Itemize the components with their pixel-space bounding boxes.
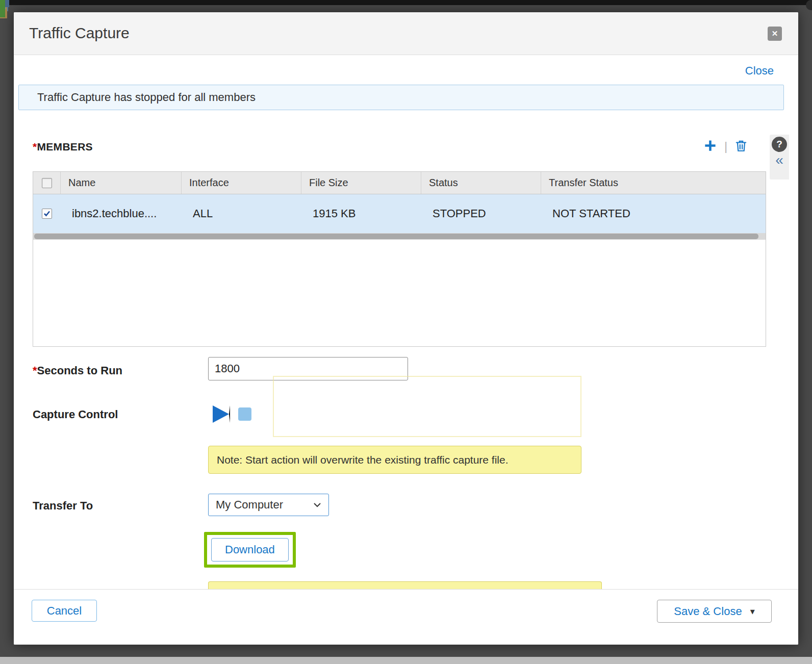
capture-note-text: Note: Start action will overwrite the ex… bbox=[209, 454, 509, 466]
partial-note-box bbox=[208, 581, 602, 589]
help-icon: ? bbox=[776, 139, 782, 150]
members-actions: | bbox=[703, 139, 748, 154]
transfer-to-select[interactable]: My Computer bbox=[208, 494, 329, 516]
row-transfer-status: NOT STARTED bbox=[541, 207, 766, 220]
save-and-close-button[interactable]: Save & Close ▾ bbox=[657, 600, 772, 623]
select-all-cell bbox=[33, 172, 61, 194]
scrollbar-thumb[interactable] bbox=[34, 234, 758, 239]
column-header-transfer-status[interactable]: Transfer Status bbox=[541, 172, 766, 194]
save-and-close-label: Save & Close bbox=[674, 605, 742, 618]
row-interface: ALL bbox=[182, 207, 301, 220]
select-all-checkbox[interactable] bbox=[42, 178, 52, 188]
dialog-header: Traffic Capture ✕ bbox=[14, 12, 798, 55]
column-header-interface[interactable]: Interface bbox=[182, 172, 301, 194]
background-artifact bbox=[0, 0, 5, 17]
close-icon: ✕ bbox=[772, 29, 778, 38]
seconds-to-run-label: *Seconds to Run bbox=[33, 364, 122, 377]
row-checkbox-cell bbox=[33, 209, 61, 219]
cancel-button[interactable]: Cancel bbox=[32, 600, 97, 622]
trash-icon bbox=[734, 139, 748, 154]
play-icon[interactable] bbox=[213, 405, 230, 423]
help-button[interactable]: ? bbox=[772, 137, 787, 152]
transfer-to-label: Transfer To bbox=[33, 499, 93, 513]
row-checkbox[interactable] bbox=[42, 209, 52, 219]
chevron-down-icon bbox=[313, 500, 321, 509]
background-top-strip bbox=[0, 0, 812, 5]
background-artifact bbox=[806, 0, 812, 10]
dialog-footer: Cancel Save & Close ▾ bbox=[14, 589, 798, 645]
seconds-to-run-input[interactable] bbox=[208, 357, 408, 380]
members-section-label: *MEMBERS bbox=[33, 141, 93, 153]
traffic-capture-dialog: Traffic Capture ✕ Close Traffic Capture … bbox=[14, 12, 798, 645]
table-header-row: Name Interface File Size Status Transfer… bbox=[33, 172, 766, 194]
screen: Traffic Capture ✕ Close Traffic Capture … bbox=[0, 0, 812, 664]
members-table: Name Interface File Size Status Transfer… bbox=[33, 171, 766, 347]
field-highlight-outline bbox=[273, 376, 581, 437]
delete-member-button[interactable] bbox=[734, 139, 748, 154]
background-bottom-strip bbox=[0, 657, 812, 664]
download-button[interactable]: Download bbox=[211, 538, 289, 561]
table-horizontal-scrollbar[interactable] bbox=[33, 233, 766, 240]
plus-icon bbox=[703, 139, 717, 154]
row-file-size: 1915 KB bbox=[301, 207, 421, 220]
dialog-title: Traffic Capture bbox=[29, 24, 130, 42]
chevron-down-icon: ▾ bbox=[750, 606, 755, 617]
download-highlight-box: Download bbox=[204, 532, 296, 568]
column-header-status[interactable]: Status bbox=[421, 172, 541, 194]
column-header-name[interactable]: Name bbox=[61, 172, 182, 194]
row-status: STOPPED bbox=[421, 207, 541, 220]
actions-separator: | bbox=[724, 139, 727, 154]
capture-note: Note: Start action will overwrite the ex… bbox=[208, 446, 581, 474]
side-controls: ? « bbox=[770, 135, 789, 180]
dialog-close-button[interactable]: ✕ bbox=[768, 27, 782, 41]
column-header-file-size[interactable]: File Size bbox=[301, 172, 421, 194]
notification-bar: Traffic Capture has stopped for all memb… bbox=[18, 85, 784, 110]
row-name: ibns2.techblue.... bbox=[61, 207, 182, 220]
required-marker: * bbox=[33, 364, 37, 377]
table-row[interactable]: ibns2.techblue.... ALL 1915 KB STOPPED N… bbox=[33, 194, 766, 233]
capture-control-label: Capture Control bbox=[33, 408, 118, 421]
notification-close-link[interactable]: Close bbox=[745, 64, 774, 78]
add-member-button[interactable] bbox=[703, 139, 717, 154]
stop-icon[interactable] bbox=[238, 407, 251, 421]
collapse-icon: « bbox=[775, 152, 783, 168]
transfer-to-value: My Computer bbox=[216, 498, 283, 512]
collapse-panel-button[interactable]: « bbox=[775, 153, 783, 167]
capture-controls bbox=[213, 405, 251, 423]
notification-message: Traffic Capture has stopped for all memb… bbox=[19, 91, 256, 104]
